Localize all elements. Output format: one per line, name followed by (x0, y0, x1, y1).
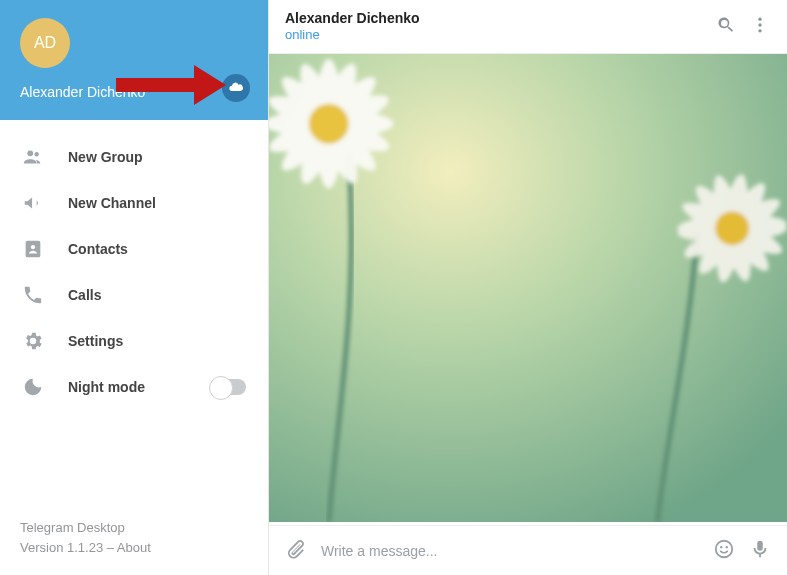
sidebar-menu: New Group New Channel Contacts Calls Set… (0, 120, 268, 502)
settings-icon (22, 330, 44, 352)
svg-point-2 (27, 150, 33, 156)
more-button[interactable] (749, 16, 771, 38)
sidebar-item-label: New Group (68, 149, 143, 165)
night-icon (22, 376, 44, 398)
chat-header-names[interactable]: Alexander Dichenko online (285, 10, 703, 44)
chat-status: online (285, 27, 703, 43)
footer-version[interactable]: Version 1.1.23 – About (20, 538, 248, 558)
sidebar-header: AD Alexander Dichenko (0, 0, 268, 120)
sidebar-item-label: Calls (68, 287, 101, 303)
night-mode-toggle[interactable] (210, 379, 246, 395)
svg-point-27 (715, 211, 749, 245)
svg-point-3 (34, 152, 38, 156)
chat-title: Alexander Dichenko (285, 10, 703, 28)
group-icon (22, 146, 44, 168)
svg-point-29 (720, 546, 722, 548)
sidebar-item-contacts[interactable]: Contacts (0, 226, 268, 272)
channel-icon (22, 192, 44, 214)
sidebar-item-label: New Channel (68, 195, 156, 211)
footer-app-name: Telegram Desktop (20, 518, 248, 538)
search-icon (716, 15, 736, 38)
search-button[interactable] (715, 16, 737, 38)
svg-point-18 (309, 104, 349, 144)
sidebar: AD Alexander Dichenko New Group Ne (0, 0, 269, 575)
svg-point-28 (716, 541, 733, 558)
svg-point-5 (31, 245, 35, 249)
emoji-icon (713, 538, 735, 563)
message-composer (269, 525, 787, 575)
calls-icon (22, 284, 44, 306)
sidebar-item-new-channel[interactable]: New Channel (0, 180, 268, 226)
svg-point-7 (758, 23, 761, 26)
sidebar-footer: Telegram Desktop Version 1.1.23 – About (0, 502, 268, 575)
emoji-button[interactable] (713, 540, 735, 562)
contacts-icon (22, 238, 44, 260)
more-vertical-icon (750, 15, 770, 38)
sidebar-item-label: Contacts (68, 241, 128, 257)
chat-header: Alexander Dichenko online (269, 0, 787, 54)
message-input[interactable] (321, 543, 699, 559)
attach-button[interactable] (285, 540, 307, 562)
sidebar-item-new-group[interactable]: New Group (0, 134, 268, 180)
avatar-initials: AD (34, 34, 56, 52)
paperclip-icon (285, 538, 307, 563)
sidebar-username: Alexander Dichenko (20, 84, 250, 100)
avatar[interactable]: AD (20, 18, 70, 68)
svg-point-6 (758, 18, 761, 21)
voice-button[interactable] (749, 540, 771, 562)
svg-point-30 (726, 546, 728, 548)
main-panel: Alexander Dichenko online (269, 0, 787, 575)
microphone-icon (749, 538, 771, 563)
sidebar-item-night-mode[interactable]: Night mode (0, 364, 268, 410)
sidebar-item-label: Night mode (68, 379, 145, 395)
saved-messages-button[interactable] (222, 74, 250, 102)
background-image (269, 54, 787, 522)
sidebar-item-calls[interactable]: Calls (0, 272, 268, 318)
sidebar-item-label: Settings (68, 333, 123, 349)
svg-point-8 (758, 29, 761, 32)
sidebar-item-settings[interactable]: Settings (0, 318, 268, 364)
chat-background (269, 54, 787, 525)
cloud-icon (228, 79, 244, 98)
